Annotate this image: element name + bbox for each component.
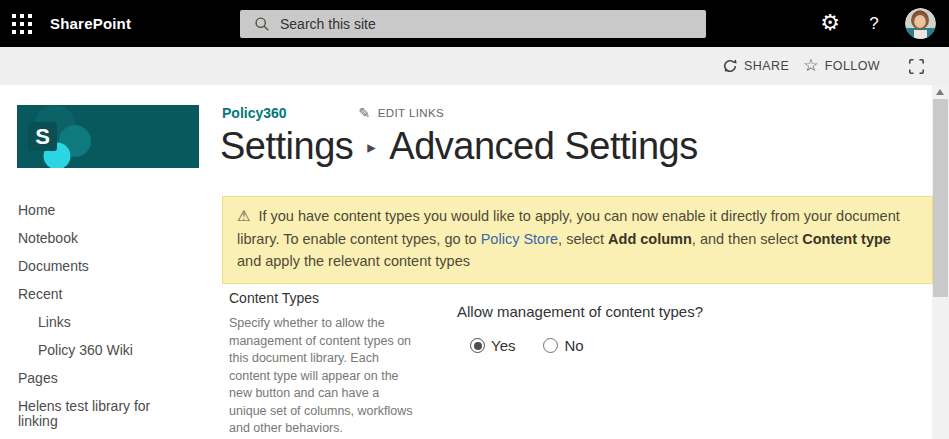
share-button[interactable]: SHARE — [722, 58, 789, 74]
banner-text-2: , select — [558, 231, 608, 247]
site-logo[interactable]: S — [17, 105, 199, 168]
radio-option-yes[interactable]: Yes — [470, 337, 515, 354]
radio-no-label: No — [564, 337, 583, 354]
scrollbar-thumb[interactable] — [933, 99, 948, 297]
edit-links-button[interactable]: ✎ EDIT LINKS — [359, 105, 445, 121]
sidebar-item-pages[interactable]: Pages — [18, 365, 178, 393]
scrollbar-up-arrow[interactable] — [936, 89, 944, 95]
warning-icon: ⚠ — [237, 207, 250, 224]
title-separator-icon: ▸ — [367, 137, 375, 158]
search-icon — [254, 16, 270, 32]
pencil-icon: ✎ — [359, 105, 371, 121]
section-heading: Content Types — [229, 290, 425, 306]
suite-bar: SHARE ☆ FOLLOW — [0, 47, 949, 85]
sidebar-item-links[interactable]: Links — [18, 309, 178, 337]
content-types-radio-group: Yes No — [470, 337, 703, 354]
edit-links-label: EDIT LINKS — [378, 107, 444, 119]
nav-list: Home Notebook Documents Recent Links Pol… — [18, 197, 188, 439]
sidebar-nav: S Home Notebook Documents Recent Links P… — [0, 85, 215, 439]
banner-bold-add-column: Add column — [608, 231, 692, 247]
section-description: Specify whether to allow the management … — [229, 315, 415, 438]
focus-mode-icon[interactable] — [908, 58, 925, 75]
radio-option-no[interactable]: No — [543, 337, 583, 354]
banner-text-4: and apply the relevant content types — [237, 253, 470, 269]
page-title-settings: Settings — [220, 125, 353, 167]
user-avatar[interactable] — [905, 8, 936, 39]
help-icon[interactable]: ? — [863, 12, 885, 36]
content-types-warning-banner: ⚠If you have content types you would lik… — [222, 196, 933, 284]
follow-star-icon: ☆ — [803, 58, 819, 74]
search-input[interactable]: Search this site — [240, 10, 706, 38]
sidebar-item-policy-360-wiki[interactable]: Policy 360 Wiki — [18, 337, 178, 365]
content-types-section: Content Types Specify whether to allow t… — [229, 290, 929, 438]
share-icon — [722, 58, 738, 74]
vertical-scrollbar[interactable] — [932, 85, 949, 439]
search-placeholder: Search this site — [280, 16, 376, 32]
radio-yes-button[interactable] — [470, 338, 485, 353]
banner-text-3: , and then select — [692, 231, 802, 247]
app-launcher-waffle-icon[interactable] — [11, 13, 33, 35]
section-controls-column: Allow management of content types? Yes N… — [457, 290, 703, 438]
page-title-advanced-settings: Advanced Settings — [389, 125, 697, 167]
app-title[interactable]: SharePoint — [50, 0, 131, 47]
section-description-column: Content Types Specify whether to allow t… — [229, 290, 425, 438]
svg-text:S: S — [35, 124, 50, 149]
page-title: Settings▸Advanced Settings — [220, 125, 698, 168]
radio-yes-label: Yes — [491, 337, 515, 354]
share-label: SHARE — [744, 59, 789, 73]
allow-management-question: Allow management of content types? — [457, 303, 703, 320]
follow-label: FOLLOW — [825, 59, 880, 73]
sidebar-item-recent[interactable]: Recent — [18, 281, 178, 309]
sidebar-item-notebook[interactable]: Notebook — [18, 225, 178, 253]
suite-actions: SHARE ☆ FOLLOW — [722, 47, 925, 85]
banner-bold-content-type: Content type — [802, 231, 891, 247]
sharepoint-page: SharePoint Search this site ⚙ ? — [0, 0, 949, 439]
breadcrumb[interactable]: Policy360 — [222, 105, 287, 121]
breadcrumb-row: Policy360 ✎ EDIT LINKS — [222, 105, 444, 121]
follow-button[interactable]: ☆ FOLLOW — [803, 58, 880, 74]
radio-no-button[interactable] — [543, 338, 558, 353]
settings-gear-icon[interactable]: ⚙ — [816, 9, 844, 37]
top-app-bar: SharePoint Search this site ⚙ ? — [0, 0, 949, 47]
sidebar-item-documents[interactable]: Documents — [18, 253, 178, 281]
sidebar-item-helens-test-library[interactable]: Helens test library for linking — [18, 393, 178, 436]
sidebar-item-home[interactable]: Home — [18, 197, 178, 225]
policy-store-link[interactable]: Policy Store — [481, 231, 558, 247]
main-content: Policy360 ✎ EDIT LINKS Settings▸Advanced… — [215, 85, 932, 439]
